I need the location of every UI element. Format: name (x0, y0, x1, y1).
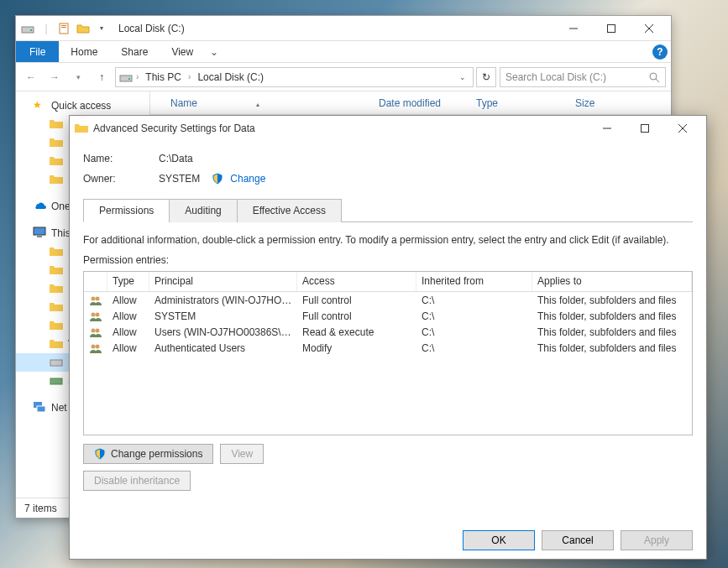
address-dropdown-icon[interactable]: ⌄ (456, 73, 469, 81)
nav-history-dropdown[interactable]: ▾ (68, 67, 88, 87)
nav-up-button[interactable]: ↑ (92, 67, 112, 87)
column-icon[interactable] (84, 272, 107, 291)
svg-point-11 (650, 73, 657, 80)
nav-forward-button: → (45, 67, 65, 87)
qat-separator: | (38, 20, 55, 37)
dialog-footer: OK Cancel Apply (70, 522, 706, 559)
entry-principal: Authenticated Users (149, 342, 297, 354)
breadcrumb-this-pc[interactable]: This PC (142, 71, 185, 83)
maximize-button[interactable] (626, 117, 663, 140)
close-button[interactable] (663, 117, 701, 140)
drive-icon (19, 20, 36, 37)
permission-entry-row[interactable]: AllowUsers (WIN-OJ7HO00386S\Us...Read & … (84, 324, 692, 340)
advanced-security-dialog: Advanced Security Settings for Data Name… (69, 115, 707, 560)
svg-point-26 (96, 312, 100, 316)
ribbon-expand-icon[interactable]: ⌄ (205, 41, 223, 62)
file-menu[interactable]: File (16, 41, 59, 62)
dialog-title: Advanced Security Settings for Data (93, 122, 255, 134)
shield-icon (94, 448, 106, 460)
ribbon-tab-home[interactable]: Home (59, 41, 109, 62)
permission-entries-list: Type Principal Access Inherited from App… (83, 271, 693, 435)
address-bar[interactable]: › This PC › Local Disk (C:) ⌄ (115, 67, 474, 87)
refresh-button[interactable]: ↻ (476, 67, 496, 87)
ribbon-tab-view[interactable]: View (160, 41, 205, 62)
column-headers: Name▴ Date modified Type Size (150, 91, 671, 115)
cloud-icon (33, 200, 46, 213)
tab-permissions[interactable]: Permissions (83, 199, 170, 222)
column-principal[interactable]: Principal (149, 272, 297, 291)
entries-label: Permission entries: (83, 254, 693, 266)
new-folder-icon[interactable] (75, 20, 92, 37)
maximize-button[interactable] (592, 17, 630, 40)
search-icon (648, 71, 660, 83)
explorer-title: Local Disk (C:) (118, 23, 185, 34)
chevron-right-icon[interactable]: › (136, 72, 139, 81)
folder-icon (50, 154, 63, 168)
view-button: View (220, 444, 264, 464)
name-value: C:\Data (159, 153, 193, 164)
entry-type: Allow (107, 326, 149, 338)
entry-applies: This folder, subfolders and files (532, 294, 692, 306)
svg-rect-4 (61, 27, 66, 28)
permission-entry-row[interactable]: AllowAuthenticated UsersModifyC:\This fo… (84, 340, 692, 356)
cancel-button[interactable]: Cancel (542, 530, 614, 550)
entry-applies: This folder, subfolders and files (532, 310, 692, 322)
svg-rect-1 (30, 29, 32, 31)
column-type[interactable]: Type (473, 97, 572, 109)
owner-label: Owner: (83, 173, 159, 185)
chevron-right-icon[interactable]: › (188, 72, 191, 81)
entry-type: Allow (107, 310, 149, 322)
column-date[interactable]: Date modified (375, 97, 473, 109)
folder-icon (50, 300, 63, 314)
entry-applies: This folder, subfolders and files (532, 326, 692, 338)
svg-point-23 (92, 296, 96, 300)
svg-point-25 (92, 312, 96, 316)
change-owner-link[interactable]: Change (230, 173, 265, 185)
entry-access: Full control (297, 310, 416, 322)
properties-icon[interactable] (56, 20, 73, 37)
qat-dropdown-icon[interactable]: ▾ (93, 20, 110, 37)
tab-auditing[interactable]: Auditing (169, 199, 237, 222)
column-applies[interactable]: Applies to (532, 272, 692, 291)
ok-button[interactable]: OK (463, 530, 535, 550)
group-icon (84, 310, 107, 322)
explorer-ribbon-tabs: File Home Share View ⌄ ? (16, 41, 671, 63)
entry-access: Read & execute (297, 326, 416, 338)
svg-rect-13 (34, 227, 45, 235)
search-box[interactable]: Search Local Disk (C:) (500, 67, 666, 87)
entry-inherited: C:\ (416, 326, 532, 338)
minimize-button[interactable] (554, 17, 592, 40)
group-icon (84, 342, 107, 354)
entry-principal: Users (WIN-OJ7HO00386S\Us... (149, 326, 297, 338)
name-label: Name: (83, 153, 159, 164)
minimize-button[interactable] (588, 117, 626, 140)
sort-arrow-icon: ▴ (256, 101, 259, 108)
svg-line-12 (656, 79, 659, 82)
permission-entry-row[interactable]: AllowSYSTEMFull controlC:\This folder, s… (84, 308, 692, 324)
ribbon-tab-share[interactable]: Share (109, 41, 160, 62)
svg-point-28 (96, 328, 100, 332)
folder-icon (75, 122, 88, 135)
sidebar-quick-access[interactable]: ★Quick access (16, 96, 149, 115)
column-size[interactable]: Size (572, 97, 671, 109)
apply-button: Apply (621, 530, 693, 550)
permission-entry-row[interactable]: AllowAdministrators (WIN-OJ7HO0...Full c… (84, 292, 692, 308)
column-access[interactable]: Access (297, 272, 416, 291)
disable-inheritance-button: Disable inheritance (83, 471, 191, 491)
column-inherited[interactable]: Inherited from (416, 272, 532, 291)
close-button[interactable] (630, 17, 668, 40)
folder-icon (50, 117, 63, 131)
item-count: 7 items (24, 503, 57, 514)
security-tabs: Permissions Auditing Effective Access (83, 198, 693, 222)
column-type[interactable]: Type (107, 272, 149, 291)
breadcrumb-drive[interactable]: Local Disk (C:) (194, 71, 267, 83)
svg-rect-14 (37, 236, 42, 237)
folder-icon (50, 319, 63, 332)
nav-back-button[interactable]: ← (21, 67, 41, 87)
tab-effective-access[interactable]: Effective Access (237, 199, 342, 222)
dialog-titlebar: Advanced Security Settings for Data (70, 116, 706, 141)
pc-icon (33, 227, 46, 240)
help-button[interactable]: ? (649, 41, 671, 62)
change-permissions-button[interactable]: Change permissions (83, 444, 213, 464)
column-name[interactable]: Name▴ (167, 97, 375, 109)
